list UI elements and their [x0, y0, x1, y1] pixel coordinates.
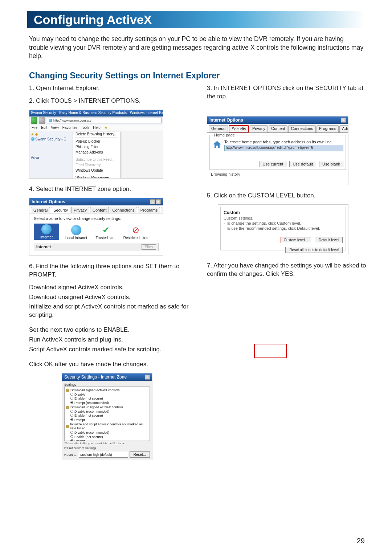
page-title: Configuring ActiveX [34, 13, 152, 27]
menu-help: Help [93, 126, 101, 130]
step-3: 3. In INTERNET OPTIONS click on the SECU… [207, 84, 367, 101]
ie-nav-bar: http://www.swann.com.au/ [29, 116, 163, 124]
radio-icon [70, 410, 73, 413]
tab-general-4: General [209, 125, 228, 132]
section-heading: Changing Security Settings on Internet E… [29, 71, 365, 81]
menu-tools: Tools [81, 126, 89, 130]
step-6e: Run ActiveX controls and plug-ins. [29, 336, 189, 344]
activex-icon [66, 406, 69, 409]
tab-connections-4: Connections [288, 125, 315, 132]
globe-icon-sm [31, 137, 34, 141]
reset-to-label: Reset to: [64, 453, 77, 457]
default-level-button: Default level [315, 237, 343, 243]
menu-file: File [32, 126, 37, 130]
restricted-icon: ⊘ [131, 225, 141, 235]
yes-highlight-box [254, 344, 287, 358]
radio-icon [70, 439, 73, 441]
star-icon: ★ [31, 132, 34, 136]
selected-zone-name: Internet [36, 245, 51, 249]
custom-line1: - To change the settings, click Custom l… [224, 221, 343, 225]
zone-intranet-label: Local intranet [65, 236, 87, 240]
page-number: 29 [357, 537, 365, 545]
close-icon-4: × [341, 118, 346, 123]
back-icon [31, 117, 37, 124]
custom-level-button: Custom level... [281, 237, 311, 243]
forward-icon [39, 117, 45, 124]
dd-messenger: Windows Messenger [73, 175, 120, 179]
dd-popup: Pop-up Blocker [73, 139, 120, 144]
radio-icon [70, 397, 73, 400]
tab-privacy-4: Privacy [250, 125, 268, 132]
step-6: 6. Find the the following three options … [29, 262, 189, 279]
dialog-tabs: General Security Privacy Content Connect… [29, 205, 163, 213]
screenshot-internet-options-general: Internet Options × General Security Priv… [207, 116, 348, 185]
tab-connections: Connections [110, 207, 137, 213]
settings-tree: Download signed ActiveX controls Disable… [64, 387, 150, 441]
step-2: 2. Click TOOLS > INTERNET OPTIONS. [29, 97, 189, 105]
address-url: http://www.swann.com.au/ [53, 119, 91, 122]
zone-internet: Internet [34, 224, 59, 240]
browsing-history-label: Browsing history [211, 172, 348, 176]
tab-programs-4: Programs [317, 125, 339, 132]
home-url-input: http://www.microsoft.com/isapi/redir.dll… [224, 145, 343, 151]
sites-button: Sites [142, 244, 156, 250]
favorites-icon: ★ [104, 126, 107, 130]
zone-intranet: Local intranet [64, 225, 89, 240]
screenshot-ie-tools-menu: Swann Security - Easy Home & Business Se… [29, 110, 163, 179]
activex-icon [66, 425, 69, 428]
use-blank-button: Use blank [319, 161, 343, 167]
dialog-title-3: Security Settings - Internet Zone [64, 375, 127, 380]
home-page-label: Home page [213, 133, 236, 137]
custom-sub: Custom settings. [224, 216, 343, 220]
zone-restricted-label: Restricted sites [123, 236, 148, 240]
fav-title-text: Swann Security - E [35, 137, 66, 141]
tab-security-highlighted: Security [229, 125, 249, 132]
radio-icon [70, 401, 73, 404]
zone-instruction: Select a zone to view or change security… [34, 216, 159, 221]
step-6c: Initialize and script ActiveX controls n… [29, 303, 189, 319]
globe-icon [41, 224, 52, 234]
dd-feed: Feed Discovery [73, 162, 120, 168]
ie-menubar: File Edit View Favorites Tools Help ★ [29, 124, 163, 131]
dialog-title: Internet Options [32, 199, 65, 204]
tab-advanced: Advanced [161, 207, 163, 213]
zone-restricted: ⊘ Restricted sites [123, 225, 148, 240]
custom-line2: - To use the recommended settings, click… [224, 226, 343, 230]
zone-trusted-label: Trusted sites [96, 236, 117, 240]
screenshot-internet-options-security: Internet Options ?× General Security Pri… [29, 198, 163, 256]
settings-label: Settings [64, 383, 150, 387]
zone-internet-label: Internet [40, 235, 53, 239]
tab-programs: Programs [138, 207, 160, 213]
address-bar: http://www.swann.com.au/ [47, 118, 162, 123]
dd-phishing: Phishing Filter [73, 144, 120, 150]
close-icon-3: × [145, 375, 150, 380]
star-icon-2: ✚ [35, 132, 38, 136]
tree-h3: Initialize and script ActiveX controls n… [70, 422, 148, 431]
tree-h1: Download signed ActiveX controls [70, 388, 120, 393]
step-7: 7. After you have changed the settings y… [207, 262, 367, 278]
radio-icon [70, 414, 73, 417]
step-6d: Set the next two options to ENABLE. [29, 326, 189, 334]
screenshot-custom-level: Custom Custom settings. - To change the … [218, 204, 348, 255]
custom-heading: Custom [224, 210, 343, 215]
reset-combo: Medium-high (default) [79, 452, 128, 458]
step-1: 1. Open Internet Explorer. [29, 84, 189, 93]
menu-view: View [51, 126, 59, 130]
step-5: 5. Click on the CUSTOM LEVEL button. [207, 192, 367, 200]
reset-button: Reset... [130, 451, 150, 458]
check-icon: ✔ [101, 225, 111, 235]
restart-note: *Takes effect after you restart Internet… [64, 442, 150, 445]
right-column: 3. In INTERNET OPTIONS click on the SECU… [207, 84, 367, 467]
dialog-title-4: Internet Options [209, 118, 243, 123]
reset-custom-label: Reset custom settings [64, 446, 150, 450]
dd-addons: Manage Add-ons [73, 150, 120, 155]
step-6f: Script ActiveX controls marked safe for … [29, 346, 189, 354]
home-instruction: To create home page tabs, type each addr… [224, 140, 343, 144]
step-6a: Download signed ActiveX controls. [29, 283, 189, 292]
dd-update: Windows Update [73, 168, 120, 173]
favorites-panel: ★✚ Swann Security - E Adva [29, 131, 73, 178]
zone-trusted: ✔ Trusted sites [93, 225, 119, 240]
tree-h2: Download unsigned ActiveX controls [70, 405, 123, 410]
activex-icon [66, 389, 69, 392]
step-6b: Download unsigned ActiveX controls. [29, 293, 189, 302]
